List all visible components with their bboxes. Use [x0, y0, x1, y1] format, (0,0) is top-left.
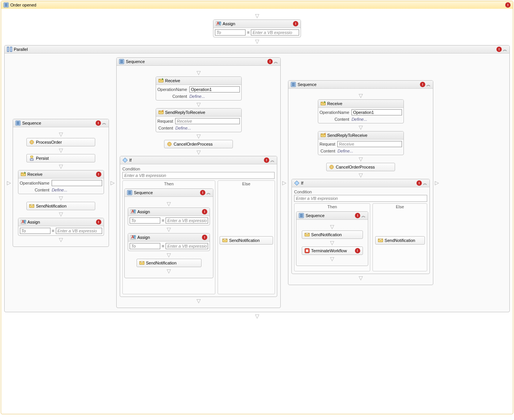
drop-target-icon[interactable]: ▽ — [59, 236, 63, 243]
drop-target-icon[interactable]: ▽ — [197, 101, 201, 108]
error-icon[interactable]: ! — [355, 248, 360, 253]
define-content-link[interactable]: Define... — [337, 149, 402, 153]
send-reply-activity[interactable]: SendReplyToReceive Request Content Defin… — [156, 108, 242, 132]
drop-target-icon[interactable]: ▽ — [330, 255, 334, 263]
drop-target-icon[interactable]: ▽ — [59, 146, 63, 154]
root-header[interactable]: Order opened ! — [1, 1, 513, 9]
process-order-activity[interactable]: ProcessOrder — [26, 138, 95, 146]
define-content-link[interactable]: Define... — [52, 188, 102, 192]
error-icon[interactable]: ! — [355, 213, 360, 218]
define-content-link[interactable]: Define... — [189, 94, 239, 99]
collapse-icon[interactable]: ︽ — [270, 158, 275, 162]
assign-expression-input[interactable]: Enter a VB expressio — [56, 228, 102, 234]
collapse-icon[interactable]: ︽ — [102, 121, 106, 125]
drop-target-icon[interactable]: ▷ — [435, 180, 439, 186]
send-notification-activity[interactable]: SendNotification — [137, 259, 202, 267]
assign-expression-input[interactable]: Enter a VB expressio — [251, 29, 299, 36]
drop-target-icon[interactable]: ▽ — [197, 69, 201, 76]
drop-target-icon[interactable]: ▽ — [359, 171, 363, 179]
operation-name-input[interactable] — [52, 180, 102, 186]
assign-expression-input[interactable]: Enter a VB expressio — [166, 243, 208, 249]
drop-target-icon[interactable]: ▽ — [359, 155, 363, 163]
error-icon[interactable]: ! — [416, 180, 422, 186]
assign-to-input[interactable] — [130, 243, 160, 249]
collapse-icon[interactable]: ︽ — [426, 82, 431, 87]
request-input[interactable] — [337, 141, 402, 147]
cancel-order-activity[interactable]: CancelOrderProcess — [326, 163, 395, 171]
error-icon[interactable]: ! — [96, 219, 101, 225]
drop-target-icon[interactable]: ▽ — [4, 312, 510, 320]
define-content-link[interactable]: Define... — [175, 126, 239, 130]
assign-to-input[interactable] — [130, 217, 160, 224]
error-icon[interactable]: ! — [420, 82, 425, 87]
drop-target-icon[interactable]: ▷ — [111, 180, 115, 186]
sequence-activity[interactable]: Sequence ! ︽ ▽ — [124, 188, 213, 278]
error-icon[interactable]: ! — [202, 209, 207, 214]
terminate-workflow-activity[interactable]: TerminateWorkflow ! — [302, 246, 363, 255]
assign-to-input[interactable] — [20, 228, 50, 234]
collapse-icon[interactable]: ︽ — [423, 181, 427, 185]
if-activity[interactable]: If ! ︽ Condition Then — [120, 156, 277, 297]
sequence-activity[interactable]: Sequence ! ︽ ▽ Receive — [288, 80, 433, 285]
error-icon[interactable]: ! — [496, 47, 502, 52]
persist-activity[interactable]: Persist — [26, 154, 95, 162]
error-icon[interactable]: ! — [200, 190, 205, 195]
cancel-order-activity[interactable]: CancelOrderProcess — [164, 140, 233, 148]
drop-target-icon[interactable]: ▽ — [59, 162, 63, 170]
sequence-activity[interactable]: Sequence ! ︽ ▽ ProcessOrder ▽ — [13, 119, 109, 247]
error-icon[interactable]: ! — [96, 172, 101, 177]
collapse-icon[interactable]: ︽ — [273, 59, 278, 64]
operation-name-input[interactable] — [351, 109, 402, 115]
drop-target-icon[interactable]: ▽ — [59, 130, 63, 138]
error-icon[interactable]: ! — [267, 59, 273, 64]
drop-target-icon[interactable]: ▽ — [59, 194, 63, 202]
drop-target-icon[interactable]: ▽ — [359, 274, 363, 282]
operation-name-input[interactable] — [189, 86, 239, 92]
drop-target-icon[interactable]: ▽ — [59, 210, 63, 218]
send-notification-activity[interactable]: SendNotification — [220, 236, 273, 245]
send-notification-activity[interactable]: SendNotification — [302, 230, 363, 239]
sequence-activity[interactable]: Sequence ! ︽ ▽ Receive — [116, 57, 281, 308]
drop-target-icon[interactable]: ▽ — [167, 267, 171, 275]
drop-target-icon[interactable]: ▽ — [330, 239, 334, 246]
parallel-activity[interactable]: Parallel ! ︽ ▷ Sequence ! ︽ — [4, 45, 510, 312]
error-icon[interactable]: ! — [202, 235, 207, 240]
drop-target-icon[interactable]: ▽ — [359, 92, 363, 99]
drop-target-icon[interactable]: ▽ — [197, 297, 201, 305]
drop-target-icon[interactable]: ▷ — [282, 180, 286, 186]
assign-activity[interactable]: Assign ! = Enter a VB expressio — [213, 19, 301, 37]
condition-input[interactable] — [294, 195, 427, 202]
collapse-icon[interactable]: ︽ — [361, 213, 366, 218]
assign-to-input[interactable] — [215, 29, 246, 36]
drop-target-icon[interactable]: ▽ — [167, 200, 171, 208]
send-reply-activity[interactable]: SendReplyToReceive Request Content Defin… — [318, 131, 404, 155]
drop-target-icon[interactable]: ▽ — [167, 251, 171, 259]
assign-activity[interactable]: Assign ! = — [128, 208, 210, 225]
if-activity[interactable]: If ! ︽ Condition Then — [291, 179, 430, 274]
drop-target-icon[interactable]: ▽ — [197, 148, 201, 156]
collapse-icon[interactable]: ︽ — [206, 190, 211, 195]
drop-target-icon[interactable]: ▽ — [4, 12, 510, 19]
receive-activity[interactable]: Receive OperationName Content Define... — [318, 99, 404, 123]
assign-activity[interactable]: Assign ! = — [128, 233, 210, 251]
receive-activity[interactable]: Receive OperationName Content Define... — [156, 76, 242, 101]
drop-target-icon[interactable]: ▷ — [7, 180, 11, 186]
assign-activity[interactable]: Assign ! = Enter a VB expressio — [18, 218, 104, 236]
define-content-link[interactable]: Define... — [351, 117, 402, 122]
drop-target-icon[interactable]: ▽ — [4, 37, 510, 45]
error-icon[interactable]: ! — [264, 157, 269, 163]
request-input[interactable] — [175, 118, 239, 124]
send-notification-activity[interactable]: SendNotification — [375, 236, 425, 245]
send-notification-activity[interactable]: SendNotification — [26, 202, 95, 210]
collapse-icon[interactable]: ︽ — [503, 47, 507, 52]
error-icon[interactable]: ! — [96, 120, 101, 126]
error-icon[interactable]: ! — [293, 21, 298, 26]
drop-target-icon[interactable]: ▽ — [167, 225, 171, 233]
sequence-activity[interactable]: Sequence ! ︽ ▽ — [296, 211, 368, 266]
drop-target-icon[interactable]: ▽ — [330, 223, 334, 230]
drop-target-icon[interactable]: ▽ — [359, 123, 363, 131]
assign-expression-input[interactable]: Enter a VB expressio — [166, 217, 208, 224]
drop-target-icon[interactable]: ▽ — [197, 132, 201, 140]
error-icon[interactable]: ! — [505, 2, 511, 8]
condition-input[interactable] — [122, 172, 275, 179]
